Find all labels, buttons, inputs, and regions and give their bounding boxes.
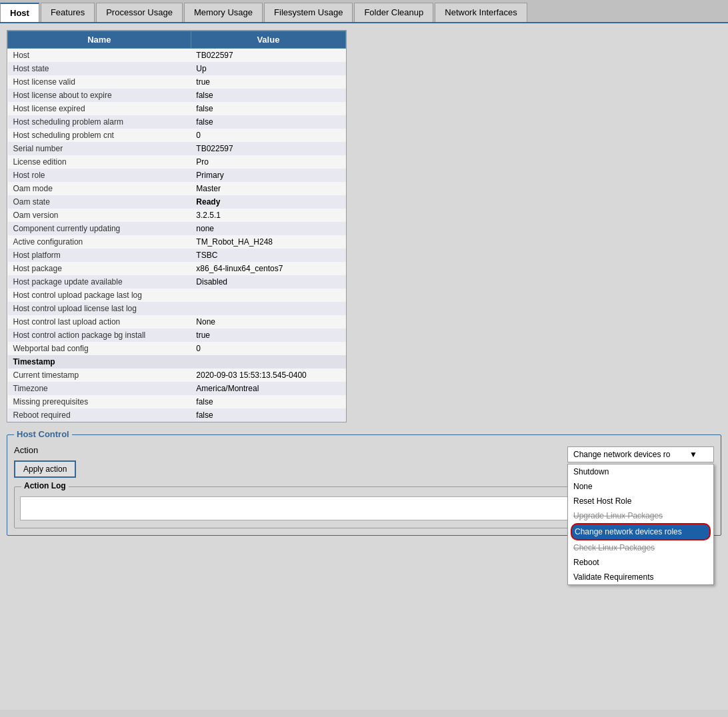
row-value: America/Montreal bbox=[191, 382, 345, 395]
row-name: Host platform bbox=[8, 249, 191, 262]
row-value: Disabled bbox=[191, 275, 345, 289]
main-content: Name Value HostTB022597Host stateUpHost … bbox=[0, 23, 728, 710]
table-row: Host package update availableDisabled bbox=[8, 275, 346, 289]
tab-memory-usage[interactable]: Memory Usage bbox=[184, 3, 263, 22]
table-row: License editionPro bbox=[8, 155, 346, 169]
row-name: Active configuration bbox=[8, 235, 191, 249]
tab-network-interfaces[interactable]: Network Interfaces bbox=[435, 3, 527, 22]
apply-action-button[interactable]: Apply action bbox=[14, 460, 76, 478]
row-value: 0 bbox=[191, 342, 345, 355]
row-value: TB022597 bbox=[191, 49, 345, 63]
row-value: false bbox=[191, 115, 345, 129]
tab-filesystem-usage[interactable]: Filesystem Usage bbox=[264, 3, 353, 22]
row-name: Host package update available bbox=[8, 275, 191, 289]
dropdown-item[interactable]: Validate Requirements bbox=[568, 570, 713, 584]
row-value: none bbox=[191, 222, 345, 235]
row-value: 3.2.5.1 bbox=[191, 209, 345, 222]
col-value-header: Value bbox=[191, 31, 345, 49]
row-value: false bbox=[191, 102, 345, 115]
table-row: HostTB022597 bbox=[8, 49, 346, 63]
col-name-header: Name bbox=[8, 31, 191, 49]
table-row: Host control upload license last log bbox=[8, 302, 346, 315]
table-row: Webportal bad config0 bbox=[8, 342, 346, 355]
dropdown-item[interactable]: Reset Host Role bbox=[568, 494, 713, 508]
row-value: true bbox=[191, 329, 345, 342]
row-name: Host control action package bg install bbox=[8, 329, 191, 342]
table-row: Host platformTSBC bbox=[8, 249, 346, 262]
table-row: Reboot requiredfalse bbox=[8, 408, 346, 422]
row-name: Host scheduling problem cnt bbox=[8, 129, 191, 142]
dropdown-item[interactable]: Reboot bbox=[568, 555, 713, 570]
tab-processor-usage[interactable]: Processor Usage bbox=[96, 3, 183, 22]
dropdown-wrapper[interactable]: Change network devices ro ▼ ShutdownNone… bbox=[567, 446, 714, 462]
dropdown-item[interactable]: Shutdown bbox=[568, 464, 713, 479]
info-table: Name Value HostTB022597Host stateUpHost … bbox=[7, 31, 346, 422]
row-name: Host license about to expire bbox=[8, 89, 191, 102]
tab-features[interactable]: Features bbox=[41, 3, 95, 22]
info-table-container: Name Value HostTB022597Host stateUpHost … bbox=[7, 30, 347, 422]
table-row: Active configurationTM_Robot_HA_H248 bbox=[8, 235, 346, 249]
action-label: Action bbox=[14, 445, 54, 455]
table-row: Host scheduling problem cnt0 bbox=[8, 129, 346, 142]
dropdown-arrow-icon: ▼ bbox=[689, 450, 697, 459]
row-value: false bbox=[191, 89, 345, 102]
row-value: Up bbox=[191, 62, 345, 75]
row-name: Host state bbox=[8, 62, 191, 75]
table-row: Host control upload package last log bbox=[8, 289, 346, 302]
dropdown-item[interactable]: Check Linux Packages bbox=[568, 540, 713, 555]
left-action: Action Apply action bbox=[14, 445, 76, 478]
tab-host[interactable]: Host bbox=[0, 3, 39, 22]
table-row: Component currently updatingnone bbox=[8, 222, 346, 235]
row-value: 2020-09-03 15:53:13.545-0400 bbox=[191, 368, 345, 382]
tab-bar: Host Features Processor Usage Memory Usa… bbox=[0, 0, 728, 23]
row-name: Host license expired bbox=[8, 102, 191, 115]
row-name: Host control upload package last log bbox=[8, 289, 191, 302]
host-control-legend: Host Control bbox=[14, 429, 72, 439]
row-name: Host control upload license last log bbox=[8, 302, 191, 315]
table-row: Host license validtrue bbox=[8, 75, 346, 89]
table-row: Oam stateReady bbox=[8, 195, 346, 209]
table-row: Host rolePrimary bbox=[8, 169, 346, 182]
selected-action-text: Change network devices ro bbox=[573, 450, 670, 459]
tab-folder-cleanup[interactable]: Folder Cleanup bbox=[354, 3, 433, 22]
row-name: Reboot required bbox=[8, 408, 191, 422]
dropdown-item[interactable]: None bbox=[568, 479, 713, 494]
action-dropdown[interactable]: ShutdownNoneReset Host RoleUpgrade Linux… bbox=[567, 464, 714, 585]
table-row: Host scheduling problem alarmfalse bbox=[8, 115, 346, 129]
row-name: Host license valid bbox=[8, 75, 191, 89]
row-value: Primary bbox=[191, 169, 345, 182]
action-area: Action Apply action Change network devic… bbox=[14, 442, 714, 481]
table-row: Missing prerequisitesfalse bbox=[8, 395, 346, 408]
row-name: Missing prerequisites bbox=[8, 395, 191, 408]
row-name: Host bbox=[8, 49, 191, 63]
action-select-wrapper: Change network devices ro ▼ ShutdownNone… bbox=[567, 446, 714, 462]
row-value: Master bbox=[191, 182, 345, 195]
row-value: Pro bbox=[191, 155, 345, 169]
row-name: Oam mode bbox=[8, 182, 191, 195]
row-value: Ready bbox=[191, 195, 345, 209]
table-row: Host stateUp bbox=[8, 62, 346, 75]
row-value: false bbox=[191, 395, 345, 408]
row-name: Timezone bbox=[8, 382, 191, 395]
row-name: Component currently updating bbox=[8, 222, 191, 235]
row-value bbox=[191, 302, 345, 315]
row-value: 0 bbox=[191, 129, 345, 142]
dropdown-item[interactable]: Change network devices roles bbox=[571, 523, 711, 540]
table-row: Oam modeMaster bbox=[8, 182, 346, 195]
table-row: Host control action package bg installtr… bbox=[8, 329, 346, 342]
table-row: Host license expiredfalse bbox=[8, 102, 346, 115]
action-log-legend: Action Log bbox=[21, 481, 69, 490]
table-row: Current timestamp2020-09-03 15:53:13.545… bbox=[8, 368, 346, 382]
row-name: Oam version bbox=[8, 209, 191, 222]
host-control-section: Host Control Action Apply action Change … bbox=[7, 434, 721, 536]
row-name: License edition bbox=[8, 155, 191, 169]
row-value: TM_Robot_HA_H248 bbox=[191, 235, 345, 249]
table-row: Host license about to expirefalse bbox=[8, 89, 346, 102]
table-row: Oam version3.2.5.1 bbox=[8, 209, 346, 222]
row-name: Webportal bad config bbox=[8, 342, 191, 355]
table-row: Host control last upload actionNone bbox=[8, 315, 346, 329]
dropdown-item[interactable]: Upgrade Linux Packages bbox=[568, 508, 713, 523]
section-label: Timestamp bbox=[8, 355, 346, 368]
row-value: TB022597 bbox=[191, 142, 345, 155]
row-value bbox=[191, 289, 345, 302]
